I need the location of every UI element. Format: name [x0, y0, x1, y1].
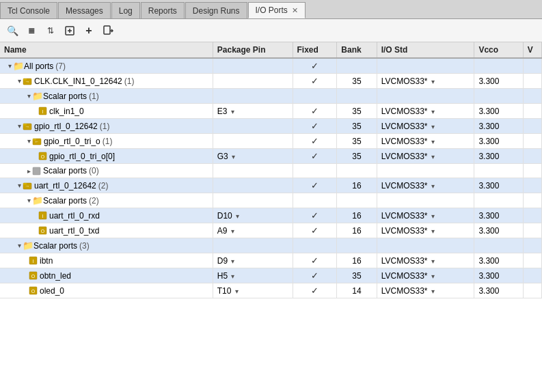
tab-messages[interactable]: Messages — [58, 2, 111, 18]
tab-io-ports[interactable]: I/O Ports ✕ — [248, 2, 306, 18]
plus-button[interactable]: + — [81, 23, 97, 39]
fixed-check[interactable]: ✓ — [311, 285, 319, 296]
iostd-value: LVCMOS33* — [381, 286, 428, 296]
col-v[interactable]: V — [523, 42, 541, 58]
pin-dropdown-arrow[interactable]: ▾ — [236, 212, 239, 220]
expand-arrow[interactable]: ▾ — [18, 182, 21, 189]
tab-tcl-console[interactable]: Tcl Console — [0, 2, 57, 18]
vcco-value: 3.300 — [478, 181, 499, 191]
pin-cell: G3 ▾ — [213, 149, 293, 164]
expand-arrow[interactable]: ▾ — [27, 197, 31, 204]
iostd-dropdown-arrow[interactable]: ▾ — [431, 78, 435, 85]
vcco-cell: 3.300 — [474, 119, 523, 134]
table-row[interactable]: O uart_rtl_0_txd A9 ▾ ✓ 16 LVCMOS33* ▾ 3… — [0, 223, 542, 238]
table-row[interactable]: O gpio_rtl_0_tri_o[0] G3 ▾ ✓ 35 LVCMOS33… — [0, 149, 542, 164]
fixed-check[interactable]: ✓ — [311, 270, 319, 281]
table-row[interactable]: ▾ → uart_rtl_0_12642 (2) ✓ 16 LVCMOS33* … — [0, 178, 542, 193]
fixed-check[interactable]: ✓ — [311, 136, 319, 146]
table-row[interactable]: ▾ → CLK.CLK_IN1_0_12642 (1) ✓ 35 LVCMOS3… — [0, 74, 542, 89]
col-iostd[interactable]: I/O Std — [377, 42, 474, 58]
fixed-check[interactable]: ✓ — [311, 151, 319, 161]
fixed-cell: ✓ — [293, 283, 337, 298]
pin-dropdown-arrow[interactable]: ▾ — [231, 108, 234, 115]
import-button[interactable] — [100, 23, 116, 39]
svg-text:←: ← — [35, 139, 40, 144]
tab-log[interactable]: Log — [111, 2, 140, 18]
search-button[interactable]: 🔍 — [4, 23, 21, 39]
tab-reports[interactable]: Reports — [141, 2, 185, 18]
pin-dropdown-arrow[interactable]: ▾ — [232, 153, 235, 160]
table-row[interactable]: ▾ 📁 Scalar ports (2) — [0, 193, 542, 208]
add-port-button[interactable] — [62, 23, 78, 39]
table-row[interactable]: ▾ 📁 Scalar ports (1) — [0, 89, 542, 104]
row-name-text: gpio_rtl_0_tri_o — [44, 137, 100, 146]
tab-design-runs[interactable]: Design Runs — [185, 2, 247, 18]
name-cell: I clk_in1_0 — [0, 104, 213, 119]
col-fixed[interactable]: Fixed — [293, 42, 337, 58]
iostd-dropdown-arrow[interactable]: ▾ — [431, 212, 435, 220]
vcco-value: 3.300 — [478, 76, 499, 86]
fixed-check[interactable]: ✓ — [311, 61, 319, 71]
fixed-check[interactable]: ✓ — [311, 180, 319, 191]
pin-dropdown-arrow[interactable]: ▾ — [231, 227, 234, 235]
fixed-check[interactable]: ✓ — [311, 76, 319, 86]
pin-dropdown-arrow[interactable]: ▾ — [231, 257, 234, 265]
table-row[interactable]: ▾ 📁 Scalar ports (3) — [0, 238, 542, 253]
iostd-dropdown-arrow[interactable]: ▾ — [431, 272, 435, 280]
name-cell: ▸ Scalar ports (0) — [0, 164, 213, 178]
bank-cell: 35 — [337, 104, 377, 119]
iostd-dropdown-arrow[interactable]: ▾ — [431, 288, 435, 295]
iostd-dropdown-arrow[interactable]: ▾ — [431, 108, 435, 115]
bank-cell — [337, 193, 377, 208]
vcco-value: 3.300 — [478, 122, 499, 131]
pin-dropdown-arrow[interactable]: ▾ — [231, 272, 234, 280]
table-row[interactable]: O obtn_led H5 ▾ ✓ 35 LVCMOS33* ▾ 3.300 — [0, 268, 542, 283]
pin-dropdown-arrow[interactable]: ▾ — [235, 288, 239, 295]
table-row[interactable]: I uart_rtl_0_rxd D10 ▾ ✓ 16 LVCMOS33* ▾ … — [0, 208, 542, 223]
iostd-dropdown-arrow[interactable]: ▾ — [431, 123, 435, 130]
iostd-dropdown-arrow[interactable]: ▾ — [431, 227, 435, 235]
expand-arrow[interactable]: ▾ — [18, 77, 21, 85]
table-row[interactable]: ▾ ← gpio_rtl_0_tri_o (1) ✓ 35 LVCMOS33* … — [0, 134, 542, 149]
iostd-dropdown-arrow[interactable]: ▾ — [431, 153, 435, 160]
fixed-cell: ✓ — [293, 74, 337, 89]
table-row[interactable]: ▾ → gpio_rtl_0_12642 (1) ✓ 35 LVCMOS33* … — [0, 119, 542, 134]
expand-arrow[interactable]: ▸ — [27, 167, 31, 175]
bank-cell: 16 — [337, 223, 377, 238]
expand-arrow[interactable]: ▾ — [8, 62, 12, 70]
table-row[interactable]: ▸ Scalar ports (0) — [0, 164, 542, 178]
fixed-check[interactable]: ✓ — [311, 210, 319, 221]
fixed-check[interactable]: ✓ — [311, 225, 319, 236]
col-name[interactable]: Name — [0, 42, 213, 58]
v-cell — [523, 223, 541, 238]
expand-arrow[interactable]: ▾ — [27, 137, 31, 145]
iostd-dropdown-arrow[interactable]: ▾ — [431, 138, 435, 145]
pin-cell — [213, 58, 293, 74]
table-row[interactable]: I ibtn D9 ▾ ✓ 16 LVCMOS33* ▾ 3.300 — [0, 253, 542, 268]
name-cell: I ibtn — [0, 253, 213, 268]
close-icon[interactable]: ✕ — [292, 6, 298, 15]
vcco-value: 3.300 — [478, 256, 499, 266]
fixed-check[interactable]: ✓ — [311, 121, 319, 131]
table-row[interactable]: ▾ 📁 All ports (7) ✓ — [0, 58, 542, 74]
vcco-cell: 3.300 — [474, 104, 523, 119]
col-bank[interactable]: Bank — [337, 42, 377, 58]
fixed-check[interactable]: ✓ — [311, 255, 319, 266]
fixed-cell — [293, 89, 337, 104]
expand-arrow[interactable]: ▾ — [18, 122, 21, 130]
col-vcco[interactable]: Vcco — [474, 42, 523, 58]
name-cell: ▾ → CLK.CLK_IN1_0_12642 (1) — [0, 74, 213, 89]
collapse-all-button[interactable]: ⇅ — [42, 23, 59, 39]
iostd-dropdown-arrow[interactable]: ▾ — [431, 257, 435, 265]
fixed-check[interactable]: ✓ — [311, 106, 319, 116]
iostd-value: LVCMOS33* — [381, 256, 428, 266]
table-row[interactable]: I clk_in1_0 E3 ▾ ✓ 35 LVCMOS33* ▾ 3.300 — [0, 104, 542, 119]
table-row[interactable]: O oled_0 T10 ▾ ✓ 14 LVCMOS33* ▾ 3.300 — [0, 283, 542, 298]
pin-value: T10 — [217, 286, 232, 296]
expand-arrow[interactable]: ▾ — [27, 92, 31, 100]
expand-arrow[interactable]: ▾ — [18, 242, 21, 249]
iostd-dropdown-arrow[interactable]: ▾ — [431, 182, 435, 190]
col-package-pin[interactable]: Package Pin — [213, 42, 293, 58]
iostd-value: LVCMOS33* — [381, 152, 428, 161]
expand-all-button[interactable]: ≣ — [23, 23, 40, 39]
